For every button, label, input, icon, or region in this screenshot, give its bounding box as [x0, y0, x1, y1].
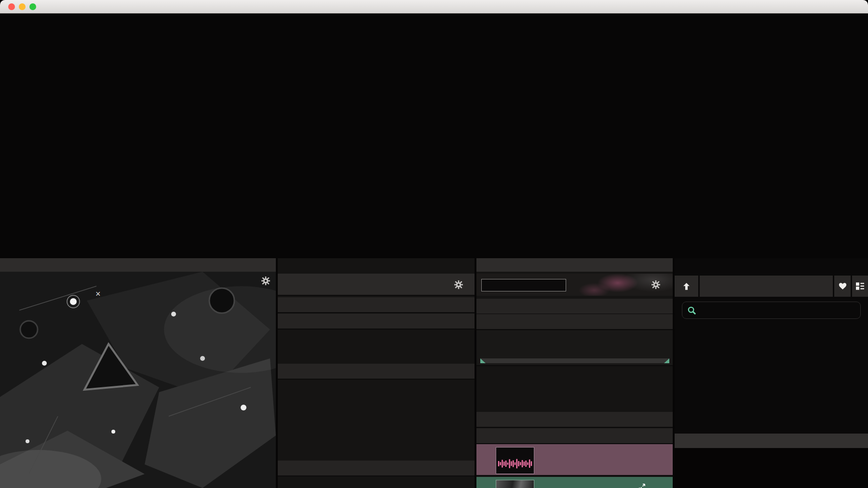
favorites-button[interactable]: [834, 276, 851, 297]
expand-icon[interactable]: [638, 483, 646, 488]
section-video[interactable]: [278, 461, 475, 476]
clip-name-row: [476, 274, 673, 296]
monitor-preview-image: ×: [0, 272, 276, 488]
view-mode-button[interactable]: [852, 276, 868, 297]
monitor-settings-gear-icon[interactable]: [261, 277, 270, 285]
clip-trim-bar[interactable]: [480, 358, 669, 363]
path-dropdown[interactable]: [700, 276, 833, 297]
clip-audio-file-row[interactable]: [476, 444, 673, 476]
clip-section-transport[interactable]: [476, 314, 673, 330]
clip-section-dashboard[interactable]: [476, 299, 673, 315]
clip-section-cuepoints[interactable]: [476, 412, 673, 428]
monitor-output-panel: ×: [0, 258, 276, 488]
section-dashboard[interactable]: [278, 297, 475, 313]
monitor-panel-header[interactable]: [0, 258, 276, 272]
clip-name-input[interactable]: [481, 279, 566, 291]
clip-video-file-row[interactable]: [476, 477, 673, 488]
clip-section-beatloopr[interactable]: [476, 428, 673, 444]
help-panel-header: [675, 434, 868, 448]
audio-file-thumbnail: [496, 447, 534, 474]
clip-settings-gear-icon[interactable]: [651, 280, 660, 289]
clip-panel: [476, 258, 673, 488]
clip-waveform-area[interactable]: [476, 330, 673, 366]
titlebar: [0, 0, 868, 13]
window-title: [0, 0, 868, 13]
clip-panel-header[interactable]: [476, 258, 673, 272]
search-input[interactable]: [682, 302, 861, 319]
trim-start-handle[interactable]: [480, 358, 486, 363]
resolume-window: ×: [0, 0, 868, 488]
section-common[interactable]: [278, 314, 475, 330]
browser-panel: [675, 258, 868, 488]
composition-settings-gear-icon[interactable]: [454, 280, 463, 289]
list-view-icon: [856, 282, 864, 290]
help-panel-body: [675, 448, 868, 488]
composition-name-row: [278, 274, 475, 296]
section-audio[interactable]: [278, 364, 475, 380]
search-icon: [687, 306, 696, 315]
up-arrow-icon: [682, 282, 691, 290]
folder-up-button[interactable]: [675, 276, 698, 297]
svg-text:×: ×: [95, 289, 101, 299]
heart-icon: [839, 282, 847, 290]
composition-panel: [278, 258, 475, 488]
video-file-thumbnail: [496, 480, 534, 488]
clip-waveform[interactable]: [480, 337, 669, 357]
trim-end-handle[interactable]: [664, 358, 669, 363]
